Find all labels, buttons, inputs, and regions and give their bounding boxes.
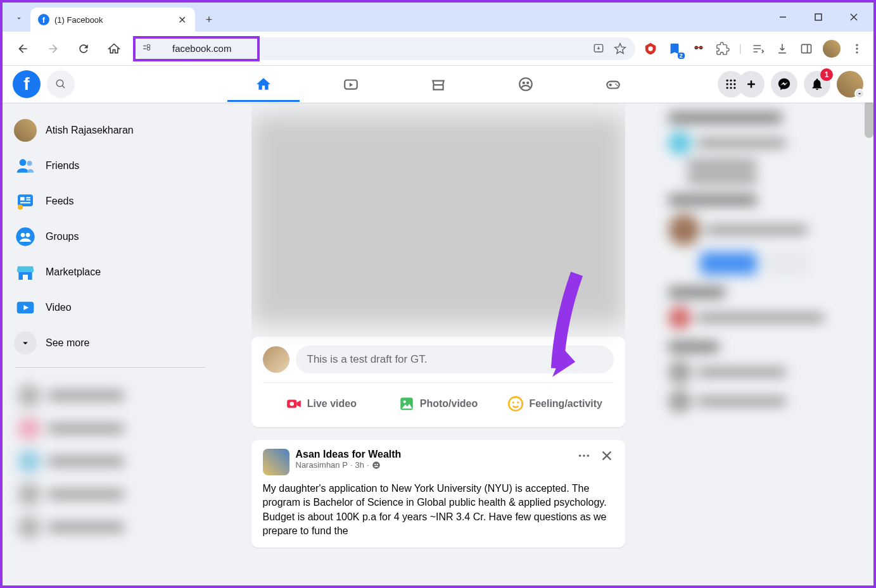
facebook-logo[interactable]: f [13, 70, 41, 98]
account-button[interactable] [837, 71, 863, 97]
nav-video[interactable] [310, 66, 392, 102]
home-button[interactable] [103, 37, 125, 60]
svg-point-21 [522, 82, 524, 84]
minimize-button[interactable] [768, 6, 797, 28]
sidebar-item-groups[interactable]: Groups [8, 219, 213, 254]
svg-rect-5 [143, 48, 146, 49]
new-tab-button[interactable]: + [199, 9, 219, 30]
groups-icon [14, 225, 37, 248]
bookmark-extension-icon[interactable]: 2 [667, 41, 682, 56]
sidebar-item-label: Video [46, 302, 72, 313]
feeling-activity-button[interactable]: Feeling/activity [497, 389, 614, 418]
photo-video-button[interactable]: Photo/video [379, 389, 497, 418]
maximize-button[interactable] [804, 6, 833, 28]
post-more-button[interactable] [577, 449, 591, 463]
search-button[interactable] [47, 70, 75, 98]
smiley-icon [507, 396, 524, 412]
svg-point-55 [517, 401, 519, 403]
browser-toolbar: facebook.com 2 | [3, 32, 873, 66]
extension-icons: 2 | [643, 40, 865, 58]
sidebar-item-profile[interactable]: Atish Rajasekharan [8, 113, 213, 148]
nav-marketplace[interactable] [397, 66, 479, 102]
avatar [14, 119, 37, 142]
create-button[interactable] [738, 71, 765, 97]
svg-rect-38 [20, 197, 25, 200]
svg-point-26 [727, 80, 728, 82]
chevron-down-icon [14, 332, 37, 354]
scrollbar[interactable] [865, 100, 873, 543]
svg-rect-39 [26, 197, 30, 198]
sidebar-item-friends[interactable]: Friends [8, 148, 213, 184]
svg-point-20 [519, 78, 532, 91]
site-settings-icon[interactable] [142, 43, 153, 54]
post-time[interactable]: 3h [355, 460, 364, 470]
sidebar-item-label: Feeds [46, 196, 73, 207]
svg-point-24 [615, 84, 616, 85]
browser-menu-button[interactable] [849, 41, 865, 56]
svg-point-34 [733, 87, 735, 89]
camera-icon [286, 396, 302, 412]
forward-button[interactable] [42, 37, 65, 60]
downloads-icon[interactable] [775, 41, 790, 56]
sidebar-item-marketplace[interactable]: Marketplace [8, 254, 213, 290]
svg-point-31 [733, 83, 735, 85]
extension-icon[interactable] [691, 41, 706, 56]
browser-tab[interactable]: f (1) Facebook ✕ [30, 8, 195, 32]
svg-point-29 [727, 83, 728, 85]
side-panel-icon[interactable] [799, 41, 814, 56]
svg-point-56 [372, 461, 380, 469]
video-icon [14, 296, 37, 319]
svg-point-27 [730, 80, 732, 82]
svg-point-42 [18, 204, 23, 210]
sidebar-see-more[interactable]: See more [8, 325, 213, 361]
sidebar-item-feeds[interactable]: Feeds [8, 184, 213, 219]
tab-title: (1) Facebook [54, 15, 171, 25]
sidebar-item-video[interactable]: Video [8, 290, 213, 325]
post-avatar[interactable] [263, 449, 289, 475]
bookmark-star-icon[interactable] [614, 42, 626, 55]
svg-point-28 [733, 80, 735, 82]
svg-rect-41 [20, 202, 30, 203]
nav-gaming[interactable] [572, 66, 654, 102]
post-group-name[interactable]: Asan Ideas for Wealth [296, 449, 571, 460]
nav-groups[interactable] [485, 66, 567, 102]
back-button[interactable] [11, 37, 34, 60]
avatar[interactable] [263, 346, 289, 373]
blurred-shortcuts [8, 374, 213, 549]
friends-icon [14, 154, 37, 177]
address-bar[interactable]: facebook.com [133, 37, 635, 60]
svg-point-43 [16, 227, 34, 246]
marketplace-icon [14, 261, 37, 284]
close-window-button[interactable] [839, 6, 868, 28]
url-text: facebook.com [172, 43, 231, 54]
svg-point-17 [56, 80, 63, 87]
feeds-icon [14, 190, 37, 213]
close-tab-button[interactable]: ✕ [176, 14, 187, 25]
chevron-down-icon [854, 89, 865, 99]
svg-point-7 [147, 47, 150, 50]
extensions-button[interactable] [715, 41, 730, 56]
post-author[interactable]: Narasimhan P [296, 460, 348, 470]
svg-point-53 [509, 397, 523, 411]
reload-button[interactable] [72, 37, 95, 60]
svg-point-57 [374, 463, 376, 465]
live-video-button[interactable]: Live video [263, 389, 380, 418]
svg-point-58 [376, 463, 378, 465]
tab-search-button[interactable] [8, 7, 30, 30]
svg-point-45 [26, 233, 30, 237]
browser-profile-button[interactable] [823, 40, 841, 58]
notifications-button[interactable]: 1 [804, 71, 830, 97]
install-app-icon[interactable] [592, 42, 605, 55]
svg-point-44 [21, 233, 25, 237]
nav-home[interactable] [222, 66, 305, 102]
messenger-button[interactable] [771, 71, 797, 97]
reading-list-icon[interactable] [751, 41, 766, 56]
facebook-favicon: f [38, 14, 49, 25]
svg-point-61 [587, 454, 589, 457]
svg-rect-47 [23, 275, 28, 280]
post-close-button[interactable] [600, 449, 614, 463]
svg-point-54 [512, 401, 514, 403]
svg-point-6 [147, 44, 150, 47]
adblock-icon[interactable] [643, 41, 658, 56]
svg-point-25 [616, 85, 618, 86]
